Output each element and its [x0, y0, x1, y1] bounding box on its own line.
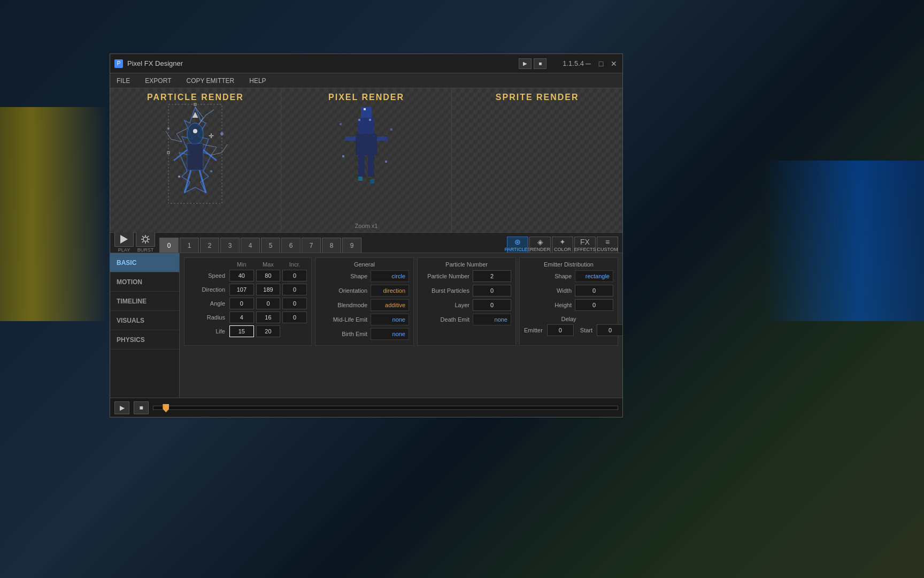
tab-2[interactable]: 2: [200, 238, 219, 253]
life-min[interactable]: [229, 325, 254, 337]
angle-min[interactable]: [229, 298, 254, 309]
sidebar-item-timeline[interactable]: TIMELINE: [110, 292, 179, 311]
speed-incr[interactable]: [282, 270, 307, 282]
menu-export[interactable]: EXPORT: [143, 76, 173, 86]
direction-min[interactable]: [229, 284, 254, 295]
tab-1[interactable]: 1: [180, 238, 199, 253]
orientation-value[interactable]: direction: [371, 285, 409, 296]
pixel-render-panel: PIXEL RENDER: [281, 88, 452, 232]
svg-line-5: [174, 150, 187, 161]
emitter-shape-label: Shape: [524, 273, 575, 279]
svg-rect-28: [342, 155, 344, 157]
emitter-height-input[interactable]: [575, 299, 613, 311]
sidebar-item-basic[interactable]: BASIC: [110, 253, 179, 272]
tab-7[interactable]: 7: [302, 238, 321, 253]
sidebar-item-visuals[interactable]: VISUALS: [110, 311, 179, 330]
render-icon: ◈: [537, 238, 543, 246]
emitter-shape-value[interactable]: rectangle: [575, 270, 613, 282]
close-btn[interactable]: ✕: [610, 59, 618, 68]
tab-4[interactable]: 4: [241, 238, 260, 253]
render-tab-label: RENDER: [530, 247, 550, 252]
max-header: Max: [256, 261, 281, 268]
speed-row: Speed: [189, 270, 307, 282]
titlebar-stop-btn[interactable]: ■: [534, 58, 546, 69]
incr-header: Incr.: [282, 261, 307, 268]
death-row: Death Emit none: [422, 313, 511, 326]
play-button[interactable]: [114, 232, 134, 247]
tab-render[interactable]: ◈ RENDER: [529, 237, 551, 253]
tab-6[interactable]: 6: [281, 238, 301, 253]
angle-incr[interactable]: [282, 298, 307, 309]
layer-input[interactable]: [473, 299, 511, 311]
basic-section: Min Max Incr. Speed Direction: [184, 257, 312, 346]
layer-label: Layer: [422, 302, 473, 308]
emitter-width-input[interactable]: [575, 285, 613, 296]
svg-rect-24: [345, 136, 356, 141]
death-label: Death Emit: [422, 316, 473, 323]
minimize-btn[interactable]: ─: [584, 59, 592, 68]
menu-copy-emitter[interactable]: COPY EMITTER: [184, 76, 236, 86]
tab-0[interactable]: 0: [159, 238, 179, 253]
timeline-track[interactable]: [153, 406, 618, 410]
radius-max[interactable]: [256, 311, 281, 323]
emitter-delay-input[interactable]: [547, 324, 574, 336]
particle-number-section: Particle Number Particle Number Burst Pa…: [417, 257, 516, 346]
tab-color[interactable]: ✦ COLOR: [552, 237, 573, 253]
svg-rect-31: [370, 179, 374, 184]
burst-button[interactable]: [136, 232, 155, 247]
direction-max[interactable]: [256, 284, 281, 295]
tab-custom[interactable]: ≡ CUSTOM: [597, 237, 618, 253]
tab-5[interactable]: 5: [261, 238, 280, 253]
shape-row: Shape circle: [320, 270, 409, 283]
svg-rect-18: [356, 134, 377, 155]
delay-title: Delay: [524, 316, 613, 322]
particle-number-input[interactable]: [473, 270, 511, 282]
speed-min[interactable]: [229, 270, 254, 282]
version-label: 1.1.5.4: [563, 59, 584, 67]
emitter-height-label: Height: [524, 302, 575, 308]
main-window: P Pixel FX Designer ▶ ■ 1.1.5.4 ─ □ ✕ FI…: [110, 54, 623, 417]
orientation-row: Orientation direction: [320, 284, 409, 297]
menu-help[interactable]: HELP: [247, 76, 268, 86]
tab-8[interactable]: 8: [322, 238, 341, 253]
svg-rect-29: [385, 161, 387, 163]
radius-min[interactable]: [229, 311, 254, 323]
direction-incr[interactable]: [282, 284, 307, 295]
svg-point-11: [193, 129, 197, 133]
svg-line-3: [184, 170, 191, 193]
particle-render-title: PARTICLE RENDER: [110, 93, 281, 102]
titlebar-play-btn[interactable]: ▶: [519, 58, 532, 69]
burst-particles-input[interactable]: [473, 285, 511, 296]
blendmode-value[interactable]: additive: [371, 299, 409, 311]
birth-value[interactable]: none: [371, 328, 409, 340]
angle-max[interactable]: [256, 298, 281, 309]
sidebar-item-motion[interactable]: MOTION: [110, 272, 179, 292]
pnum-row: Particle Number: [422, 270, 511, 283]
transport-stop-btn[interactable]: ■: [134, 401, 149, 414]
tab-effects[interactable]: FX EFFECTS: [574, 237, 596, 253]
midlife-value[interactable]: none: [371, 314, 409, 325]
tab-9[interactable]: 9: [342, 238, 361, 253]
life-max[interactable]: [256, 325, 281, 337]
window-title: Pixel FX Designer: [127, 59, 519, 67]
transport-play-btn[interactable]: ▶: [114, 401, 129, 414]
tab-3[interactable]: 3: [220, 238, 240, 253]
emitter-width-label: Width: [524, 287, 575, 294]
sidebar: BASIC MOTION TIMELINE VISUALS PHYSICS: [110, 253, 180, 398]
burst-particles-row: Burst Particles: [422, 284, 511, 297]
shape-value[interactable]: circle: [371, 270, 409, 282]
sidebar-item-physics[interactable]: PHYSICS: [110, 330, 179, 349]
svg-rect-27: [390, 128, 392, 131]
maximize-btn[interactable]: □: [597, 59, 605, 68]
timeline-marker[interactable]: [163, 404, 169, 413]
menu-file[interactable]: FILE: [114, 76, 132, 86]
particle-art-2: [329, 102, 404, 203]
start-delay-input[interactable]: [597, 324, 622, 336]
radius-incr[interactable]: [282, 311, 307, 323]
angle-row: Angle: [189, 298, 307, 309]
svg-line-38: [148, 241, 149, 243]
speed-max[interactable]: [256, 270, 281, 282]
death-value[interactable]: none: [473, 314, 511, 325]
tab-particles[interactable]: ⊛ PARTICLES: [507, 237, 528, 253]
svg-point-32: [143, 237, 148, 241]
